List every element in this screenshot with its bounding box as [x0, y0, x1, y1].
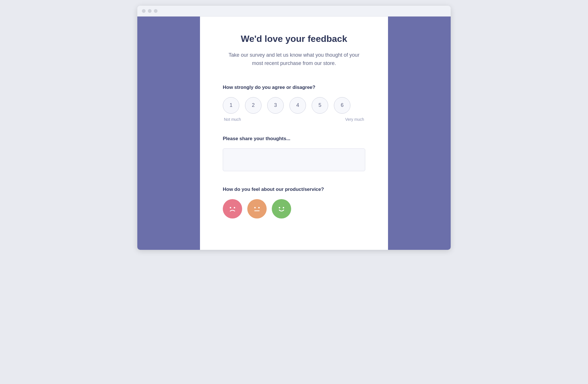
- rating-circle-5[interactable]: 5: [312, 97, 328, 114]
- svg-point-4: [254, 207, 256, 208]
- rating-option-3[interactable]: 3: [267, 97, 284, 114]
- svg-point-7: [275, 203, 288, 215]
- emoji-options-row: [223, 199, 365, 218]
- svg-point-2: [234, 207, 235, 208]
- sidebar-left: [137, 17, 200, 250]
- svg-point-5: [258, 207, 260, 208]
- sad-face-icon: [226, 203, 239, 215]
- rating-question-section: How strongly do you agree or disagree? 1…: [223, 85, 365, 122]
- svg-point-1: [230, 207, 231, 208]
- survey-subtitle: Take our survey and let us know what you…: [223, 51, 365, 68]
- happy-face-icon: [275, 203, 288, 215]
- svg-point-0: [226, 203, 239, 215]
- rating-options-row: 1 2 3 4 5 6: [223, 97, 365, 114]
- rating-option-1[interactable]: 1: [223, 97, 239, 114]
- feeling-question-section: How do you feel about our product/servic…: [223, 187, 365, 218]
- rating-circle-6[interactable]: 6: [334, 97, 350, 114]
- svg-point-9: [283, 207, 284, 208]
- svg-point-3: [251, 203, 263, 215]
- browser-titlebar: [137, 6, 451, 17]
- rating-option-5[interactable]: 5: [312, 97, 328, 114]
- svg-point-8: [279, 207, 280, 208]
- browser-dot-1: [142, 9, 146, 13]
- emoji-neutral-button[interactable]: [247, 199, 267, 218]
- sidebar-right: [388, 17, 451, 250]
- rating-circle-1[interactable]: 1: [223, 97, 239, 114]
- browser-dot-2: [148, 9, 152, 13]
- feeling-question-label: How do you feel about our product/servic…: [223, 187, 365, 192]
- neutral-face-icon: [251, 203, 263, 215]
- browser-dot-3: [154, 9, 158, 13]
- survey-title: We'd love your feedback: [223, 34, 365, 44]
- rating-option-6[interactable]: 6: [334, 97, 350, 114]
- rating-labels: Not much Very much: [223, 117, 365, 122]
- rating-low-label: Not much: [224, 117, 241, 122]
- rating-circle-3[interactable]: 3: [267, 97, 284, 114]
- thoughts-question-section: Please share your thoughts...: [223, 136, 365, 172]
- thoughts-question-label: Please share your thoughts...: [223, 136, 365, 142]
- thoughts-textarea[interactable]: [223, 148, 365, 171]
- rating-option-4[interactable]: 4: [289, 97, 306, 114]
- rating-question-label: How strongly do you agree or disagree?: [223, 85, 365, 90]
- rating-circle-4[interactable]: 4: [289, 97, 306, 114]
- rating-option-2[interactable]: 2: [245, 97, 262, 114]
- rating-circle-2[interactable]: 2: [245, 97, 262, 114]
- browser-window: We'd love your feedback Take our survey …: [137, 6, 451, 250]
- main-content: We'd love your feedback Take our survey …: [200, 17, 388, 250]
- browser-body: We'd love your feedback Take our survey …: [137, 17, 451, 250]
- emoji-sad-button[interactable]: [223, 199, 242, 218]
- emoji-happy-button[interactable]: [272, 199, 291, 218]
- rating-high-label: Very much: [345, 117, 364, 122]
